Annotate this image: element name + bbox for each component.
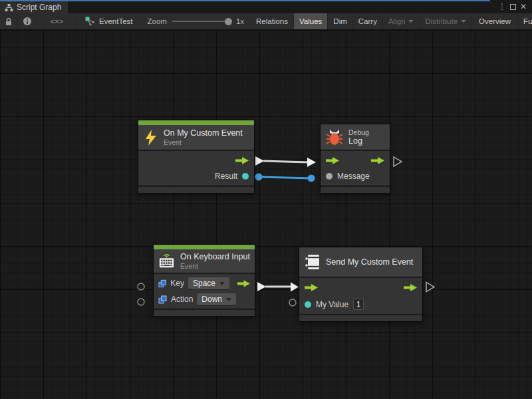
flow-input-port-icon[interactable] <box>326 157 339 164</box>
keyboard-icon <box>158 252 175 270</box>
zoom-label: Zoom <box>148 17 167 25</box>
chevron-down-icon <box>226 298 231 301</box>
node-footer <box>138 187 254 193</box>
flow-connection-start-arrow <box>257 282 266 291</box>
maximize-icon[interactable] <box>510 4 516 10</box>
node-category: Debug <box>348 128 369 136</box>
chevron-down-icon <box>461 20 466 23</box>
zoom-value: 1x <box>236 17 244 25</box>
port-label: My Value <box>316 300 348 309</box>
chevron-down-icon <box>408 20 414 23</box>
zoom-control: Zoom 1x <box>141 13 251 29</box>
value-connection-start-dot <box>255 174 263 181</box>
my-value-input[interactable] <box>353 299 364 310</box>
node-send-my-custom-event[interactable]: Send My Custom Event My Value <box>299 247 422 321</box>
overview-button[interactable]: Overview <box>472 13 518 29</box>
port-label: Action <box>171 295 193 304</box>
dim-button[interactable]: Dim <box>328 13 352 29</box>
fullscreen-button[interactable]: Full Screen <box>518 13 532 29</box>
window-controls: ⋮ ✕ <box>498 0 532 13</box>
relations-button[interactable]: Relations <box>251 13 294 29</box>
node-debug-log[interactable]: Debug Log Message <box>321 124 390 193</box>
value-input-hint-circle[interactable] <box>289 299 296 306</box>
info-icon <box>23 17 32 26</box>
align-button[interactable]: Align <box>383 13 420 29</box>
lock-button[interactable] <box>0 13 18 29</box>
node-subtitle: Event <box>180 262 250 270</box>
value-connection[interactable] <box>259 177 311 178</box>
edit-source-button[interactable]: <×> <box>37 13 77 29</box>
graph-canvas[interactable]: On My Custom Event Event Result <box>0 30 532 399</box>
zoom-slider-knob[interactable] <box>225 18 232 25</box>
focus-indicator <box>0 0 490 1</box>
key-dropdown[interactable]: Space <box>188 277 229 289</box>
close-icon[interactable]: ✕ <box>520 3 527 11</box>
graph-toolbar: <×> EventTest Zoom 1x Relations Values D… <box>0 13 532 30</box>
node-title: Send My Custom Event <box>326 257 413 267</box>
values-button[interactable]: Values <box>294 13 328 29</box>
flow-connection-start-arrow <box>255 156 264 166</box>
flow-output-hint-triangle[interactable] <box>394 157 402 166</box>
bug-icon <box>326 129 343 145</box>
node-title: Log <box>348 136 369 146</box>
graph-icon <box>5 3 13 12</box>
lock-icon <box>5 17 13 26</box>
flow-connection[interactable] <box>263 161 308 162</box>
node-on-my-custom-event[interactable]: On My Custom Event Event Result <box>138 120 254 193</box>
panel-menu-icon[interactable]: ⋮ <box>498 3 506 11</box>
custom-event-icon <box>305 253 321 271</box>
node-on-keyboard-input[interactable]: On Keyboard Input Event Key Space <box>154 245 255 316</box>
event-accent-bar <box>138 120 254 125</box>
flow-input-port-icon[interactable] <box>305 284 318 291</box>
flow-output-port-icon[interactable] <box>237 280 250 287</box>
action-dropdown-value: Down <box>201 295 222 304</box>
value-connection-end-dot <box>308 175 315 182</box>
flow-connection-end-arrow <box>291 283 299 292</box>
value-input-port[interactable] <box>326 173 332 180</box>
breadcrumb[interactable]: EventTest <box>77 13 141 29</box>
title-bar: Script Graph ⋮ ✕ <box>0 0 532 13</box>
value-input-hint-circle[interactable] <box>138 283 144 290</box>
port-label: Key <box>170 279 184 288</box>
enum-type-icon <box>158 295 167 304</box>
script-graph-window: Script Graph ⋮ ✕ <×> <box>0 0 532 399</box>
node-subtitle: Event <box>164 138 243 146</box>
code-icon: <×> <box>51 17 63 25</box>
lightning-icon <box>144 130 158 146</box>
chevron-down-icon <box>219 282 225 285</box>
port-label: Message <box>337 172 370 181</box>
flow-connection-end-arrow <box>307 158 316 167</box>
value-output-port[interactable] <box>242 173 249 180</box>
value-input-port[interactable] <box>305 301 311 308</box>
value-input-hint-circle[interactable] <box>138 299 144 305</box>
node-footer <box>299 315 422 321</box>
info-button[interactable] <box>18 13 37 29</box>
node-title: On Keyboard Input <box>180 252 250 261</box>
distribute-button[interactable]: Distribute <box>420 13 472 29</box>
carry-button[interactable]: Carry <box>353 13 383 29</box>
flow-output-port-icon[interactable] <box>371 157 384 164</box>
key-dropdown-value: Space <box>193 279 215 288</box>
enum-type-icon <box>158 279 166 288</box>
action-dropdown[interactable]: Down <box>197 293 236 305</box>
port-label: Result <box>215 172 237 181</box>
tab-title: Script Graph <box>17 3 61 12</box>
macro-graph-icon <box>85 17 95 26</box>
node-title: On My Custom Event <box>164 128 243 138</box>
node-footer <box>321 187 390 193</box>
zoom-slider[interactable] <box>172 21 231 22</box>
connections-layer <box>0 30 532 399</box>
event-accent-bar <box>154 245 255 249</box>
flow-output-port-icon[interactable] <box>235 157 249 164</box>
flow-output-port-icon[interactable] <box>404 284 417 291</box>
breadcrumb-label: EventTest <box>99 17 133 25</box>
tab-script-graph[interactable]: Script Graph <box>0 1 68 13</box>
node-footer <box>154 310 255 316</box>
flow-output-hint-triangle[interactable] <box>426 283 434 292</box>
